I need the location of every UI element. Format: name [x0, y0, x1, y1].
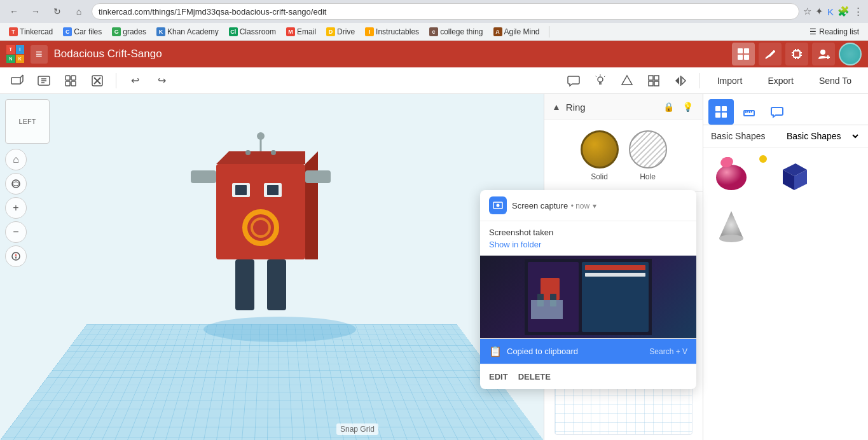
bookmark-instructables[interactable]: I Instructables	[361, 26, 423, 38]
perspective-button[interactable]	[5, 173, 27, 195]
extension-icon-2[interactable]: K	[827, 6, 834, 17]
grid-tab[interactable]	[708, 99, 734, 125]
export-button[interactable]: Export	[757, 72, 803, 90]
bookmark-khan[interactable]: K Khan Academy	[153, 26, 223, 38]
build-button[interactable]	[759, 43, 782, 65]
extension-icon-1[interactable]: ✦	[815, 6, 823, 17]
profile-avatar[interactable]	[839, 43, 862, 65]
add-user-button[interactable]	[812, 43, 835, 65]
zoom-in-button[interactable]: +	[5, 197, 27, 219]
logo-n: N	[6, 55, 15, 64]
shape-button[interactable]	[616, 70, 638, 92]
zoom-out-button[interactable]: −	[5, 221, 27, 243]
home-button[interactable]: ⌂	[70, 3, 88, 20]
bookmark-car-files[interactable]: C Car files	[59, 26, 106, 38]
shape-item-sphere[interactable]	[708, 153, 754, 198]
bookmark-favicon-classroom: Cl	[229, 27, 238, 36]
light-toggle-button[interactable]	[589, 70, 611, 92]
svg-rect-36	[649, 81, 653, 86]
send-to-button[interactable]: Send To	[809, 72, 862, 90]
import-button[interactable]: Import	[707, 72, 753, 90]
hole-shape[interactable]	[629, 130, 667, 168]
delete-button[interactable]	[86, 70, 108, 92]
lock-icon[interactable]: 🔒	[661, 99, 676, 114]
svg-rect-1	[744, 48, 749, 53]
delete-action-button[interactable]: DELETE	[518, 369, 551, 384]
menu-icon[interactable]: ⋮	[853, 6, 863, 17]
back-button[interactable]: ←	[5, 3, 23, 20]
svg-point-56	[271, 150, 276, 155]
bookmark-favicon-agile-mind: A	[493, 27, 502, 36]
robot-figure	[178, 113, 356, 355]
app-header: T I N K ≡ Bodacious Crift-Sango	[0, 41, 868, 67]
delete-icon	[90, 74, 104, 88]
grid-view-button[interactable]	[732, 43, 755, 65]
shapes-grid	[703, 148, 868, 254]
simulate-button[interactable]	[785, 43, 808, 65]
bookmark-favicon-tinkercad: T	[9, 27, 18, 36]
shape-item-cone[interactable]	[708, 203, 754, 249]
viewport[interactable]: LEFT ⌂ + −	[0, 94, 544, 440]
tinkercad-logo[interactable]: T I N K	[6, 45, 24, 63]
svg-rect-3	[744, 55, 749, 60]
view-cube[interactable]: LEFT	[5, 99, 50, 144]
notification-footer[interactable]: 📋 Copied to clipboard Search + V	[480, 338, 696, 364]
notification-body: Screenshot taken Show in folder	[480, 221, 696, 256]
extension-icon-3[interactable]: 🧩	[837, 6, 850, 17]
menu-button[interactable]: ≡	[31, 45, 48, 64]
reading-list-button[interactable]: ☰ Reading list	[806, 26, 863, 38]
bulb-icon	[594, 74, 607, 87]
shape-type-selector: Solid Hole	[544, 120, 703, 191]
bookmark-label-tinkercad: Tinkercad	[20, 27, 53, 36]
home-view-button[interactable]: ⌂	[5, 149, 27, 170]
address-bar[interactable]: tinkercad.com/things/1FMjmd33qsa-bodacio…	[92, 3, 799, 20]
visibility-icon[interactable]: 💡	[680, 99, 695, 114]
compass-icon	[11, 251, 21, 261]
bookmark-grades[interactable]: G grades	[108, 26, 150, 38]
keyboard-shortcut: Search + V	[649, 347, 687, 356]
mirror-button[interactable]	[670, 70, 691, 92]
category-dropdown[interactable]: Basic Shapes Geometric Text & Numbers Co…	[784, 130, 860, 142]
toolbar-right: Import Export Send To	[563, 70, 862, 92]
shape-icon	[621, 74, 633, 87]
notification-link[interactable]: Show in folder	[489, 240, 687, 249]
bookmark-label-email: Email	[297, 27, 316, 36]
svg-rect-35	[654, 76, 659, 80]
solid-option[interactable]: Solid	[581, 130, 619, 181]
hole-label: Hole	[640, 172, 656, 181]
ruler-tab[interactable]	[736, 99, 762, 125]
bookmark-label-instructables: Instructables	[376, 27, 419, 36]
comment-tab[interactable]	[764, 99, 790, 125]
redo-button[interactable]: ↪	[151, 70, 172, 92]
shape-panel-icons: 🔒 💡	[661, 99, 695, 114]
reading-list-label: Reading list	[819, 27, 859, 36]
grid-button[interactable]	[643, 70, 665, 92]
solid-shape[interactable]	[581, 130, 619, 168]
bookmark-email[interactable]: M Email	[282, 26, 320, 38]
toolbar-separator-2	[699, 73, 699, 88]
chevron-down-icon[interactable]: ▾	[593, 202, 596, 210]
svg-point-30	[598, 77, 603, 82]
hole-option[interactable]: Hole	[629, 130, 667, 181]
bookmark-college-thing[interactable]: c college thing	[425, 26, 486, 38]
bookmark-classroom[interactable]: Cl Classroom	[225, 26, 280, 38]
comment-icon	[567, 74, 580, 87]
undo-button[interactable]: ↩	[124, 70, 146, 92]
bookmark-tinkercad[interactable]: T Tinkercad	[5, 26, 57, 38]
add-text-button[interactable]	[33, 70, 55, 92]
add-workplane-button[interactable]	[6, 70, 28, 92]
pickaxe-icon	[764, 48, 776, 60]
forward-button[interactable]: →	[27, 3, 45, 20]
bookmark-agile-mind[interactable]: A Agile Mind	[490, 26, 544, 38]
bookmark-drive[interactable]: D Drive	[322, 26, 359, 38]
edit-action-button[interactable]: EDIT	[489, 369, 508, 384]
group-button[interactable]	[60, 70, 81, 92]
shape-item-box[interactable]	[772, 153, 818, 198]
compass-button[interactable]	[5, 245, 27, 267]
shape-collapse-button[interactable]: ▲	[552, 102, 561, 112]
refresh-button[interactable]: ↻	[48, 3, 66, 20]
comment-button[interactable]	[563, 70, 584, 92]
star-icon[interactable]: ☆	[803, 6, 811, 17]
grid-layout-icon	[647, 74, 660, 87]
bookmark-favicon-grades: G	[112, 27, 121, 36]
